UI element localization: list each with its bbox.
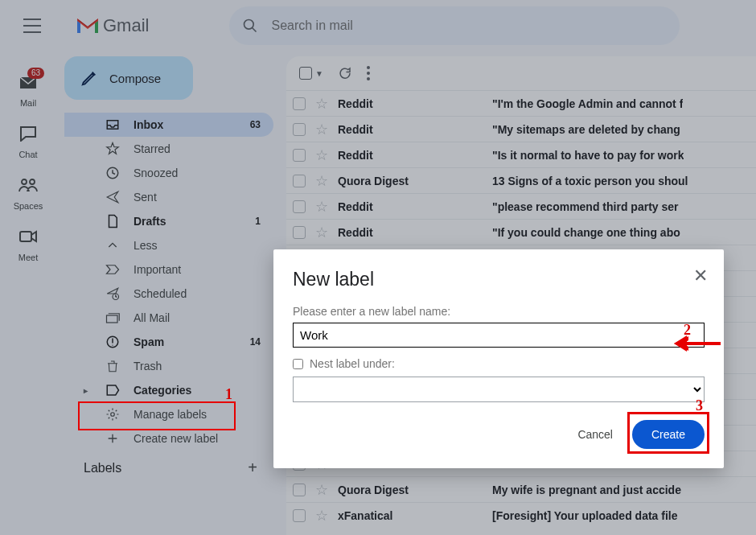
annotation-box-1 [78, 401, 236, 430]
annotation-arrow [674, 334, 722, 353]
nest-checkbox[interactable] [293, 359, 303, 369]
dialog-prompt: Please enter a new label name: [293, 305, 705, 318]
nest-label: Nest label under: [310, 357, 395, 370]
label-name-input[interactable] [293, 323, 705, 348]
annotation-marker-3: 3 [696, 397, 703, 414]
close-icon[interactable]: ✕ [693, 265, 708, 286]
cancel-button[interactable]: Cancel [573, 422, 618, 447]
annotation-box-3 [627, 412, 709, 454]
nest-parent-select[interactable] [293, 377, 705, 402]
dialog-title: New label [293, 269, 705, 290]
annotation-marker-1: 1 [225, 386, 232, 403]
annotation-marker-2: 2 [684, 322, 691, 339]
